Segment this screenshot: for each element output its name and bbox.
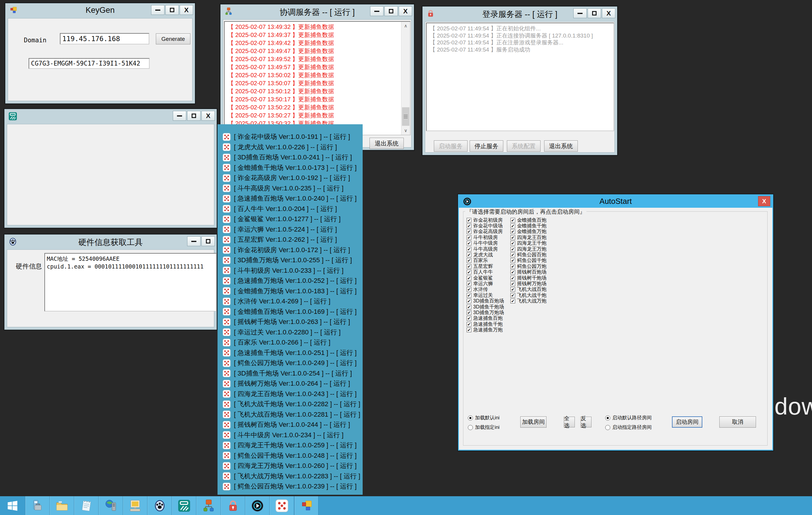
taskbar-item-my-computer[interactable] [123, 496, 147, 515]
login-log-area[interactable]: 【 2025-02-07 11:49:54 】正在初始化组件...【 2025-… [426, 23, 614, 131]
exit-system-button[interactable]: 退出系统 [370, 138, 404, 149]
checkbox-checked-icon[interactable]: ✔ [467, 218, 471, 223]
coordinator-log-area[interactable]: 【 2025-02-07 13:49:32 】更新捕鱼数据【 2025-02-0… [224, 21, 411, 135]
checkbox-checked-icon[interactable]: ✔ [467, 224, 471, 228]
checkbox-checked-icon[interactable]: ✔ [467, 322, 471, 327]
room-checkbox-row[interactable]: ✔ 摇钱树万炮场 [511, 281, 547, 286]
close-button[interactable]: X [758, 196, 770, 206]
room-checkbox-row[interactable]: ✔ 幸运六狮 [467, 281, 504, 286]
maximize-button[interactable] [588, 8, 601, 18]
server-list-item[interactable]: [ 3D捕鱼百炮场 Ver:1.0.0-241 ] -- [ 运行 ] [218, 152, 362, 163]
checkbox-checked-icon[interactable]: ✔ [511, 298, 515, 304]
login-server-button[interactable]: 系统配置 [507, 140, 541, 152]
room-checkbox-row[interactable]: ✔ 鳄鱼公园万炮 [511, 263, 547, 269]
checkbox-checked-icon[interactable]: ✔ [467, 298, 471, 304]
start-button[interactable] [0, 496, 25, 515]
room-checkbox-row[interactable]: ✔ 摇钱树百炮场 [511, 269, 547, 275]
taskbar-item-login-server[interactable] [221, 496, 245, 515]
invert-selection-button[interactable]: 反选 [580, 417, 591, 427]
server-list-item[interactable]: [ 急速捕鱼千炮场 Ver:1.0.0-251 ] -- [ 运行 ] [218, 348, 362, 358]
server-list-item[interactable]: [ 3D捕鱼万炮场 Ver:1.0.0-255 ] -- [ 运行 ] [218, 255, 362, 265]
server-list-item[interactable]: [ 飞机大战千炮场 Ver:1.0.0-2282 ] -- [ 运行 ] [218, 399, 362, 409]
checkbox-checked-icon[interactable]: ✔ [467, 281, 471, 286]
checkbox-checked-icon[interactable]: ✔ [467, 276, 471, 281]
minimize-button[interactable] [370, 6, 383, 16]
server-list-item[interactable]: [ 幸运六狮 Ver:1.0.5-224 ] -- [ 运行 ] [218, 224, 362, 235]
room-checkbox-row[interactable]: ✔ 鳄鱼公园千炮 [511, 258, 547, 263]
radio-load-default-ini[interactable]: 加载默认ini [468, 414, 500, 421]
room-checkbox-row[interactable]: ✔ 诈金花初级房 [467, 217, 504, 223]
login-server-button[interactable]: 停止服务 [470, 140, 503, 152]
server-list-item[interactable]: [ 摇钱树万炮场 Ver:1.0.0-264 ] -- [ 运行 ] [218, 378, 362, 389]
taskbar-item-epl-editor[interactable] [172, 496, 196, 515]
keygen-titlebar[interactable]: KeyGen X [5, 3, 195, 18]
taskbar-item-hardware-info[interactable] [147, 496, 172, 515]
room-checkbox-row[interactable]: ✔ 金蟾捕鱼千炮 [511, 223, 547, 229]
room-checkbox-row[interactable]: ✔ 诈金花高级房 [467, 229, 504, 234]
checkbox-checked-icon[interactable]: ✔ [467, 316, 471, 321]
maximize-button[interactable] [165, 5, 179, 15]
room-checkbox-row[interactable]: ✔ 四海龙王千炮 [511, 240, 547, 246]
scrollbar-thumb[interactable] [402, 107, 409, 126]
checkbox-checked-icon[interactable]: ✔ [511, 224, 515, 228]
checkbox-checked-icon[interactable]: ✔ [511, 287, 515, 292]
room-checkbox-row[interactable]: ✔ 3D捕鱼万炮场 [467, 310, 504, 315]
server-list-item[interactable]: [ 五星宏辉 Ver:1.0.2-262 ] -- [ 运行 ] [218, 234, 362, 245]
taskbar-item-network-tool[interactable] [98, 496, 123, 515]
server-list-item[interactable]: [ 飞机大战百炮场 Ver:1.0.0-2281 ] -- [ 运行 ] [218, 409, 362, 420]
maximize-button[interactable] [384, 6, 398, 16]
server-list-item[interactable]: [ 急速捕鱼万炮场 Ver:1.0.0-252 ] -- [ 运行 ] [218, 276, 362, 286]
room-checkbox-row[interactable]: ✔ 飞机大战百炮 [511, 287, 547, 292]
close-button[interactable]: X [399, 6, 412, 16]
room-checkbox-row[interactable]: ✔ 诈金花中级场 [467, 223, 504, 229]
server-list-item[interactable]: [ 四海龙王百炮场 Ver:1.0.0-243 ] -- [ 运行 ] [218, 389, 362, 399]
room-checkbox-row[interactable]: ✔ 水浒传 [467, 287, 504, 292]
server-list-item[interactable]: [ 诈金花中级场 Ver:1.0.0-191 ] -- [ 运行 ] [218, 132, 362, 142]
login-server-button[interactable]: 启动服务 [434, 140, 467, 152]
taskbar-item-keygen[interactable] [294, 496, 318, 515]
server-list-item[interactable]: [ 诈金花初级房 Ver:1.0.0-172 ] -- [ 运行 ] [218, 245, 362, 255]
taskbar-item-game-rooms[interactable] [269, 496, 294, 515]
hardware-info-textarea[interactable]: MAC地址 = 52540096AAEEcpuid.1.eax = 000101… [45, 253, 216, 311]
room-checkbox-row[interactable]: ✔ 金蟾捕鱼百炮 [511, 217, 547, 223]
server-list-item[interactable]: [ 水浒传 Ver:1.0.4-269 ] -- [ 运行 ] [218, 296, 362, 307]
server-list-item[interactable]: [ 急速捕鱼百炮场 Ver:1.0.0-240 ] -- [ 运行 ] [218, 194, 362, 204]
room-checkbox-row[interactable]: ✔ 斗牛初级房 [467, 234, 504, 240]
room-checkbox-row[interactable]: ✔ 金蟾捕鱼万炮 [511, 229, 547, 234]
select-all-button[interactable]: 全选 [564, 417, 575, 427]
room-checkbox-row[interactable]: ✔ 急速捕鱼百炮 [467, 316, 504, 321]
room-checkbox-row[interactable]: ✔ 3D捕鱼千炮场 [467, 304, 504, 310]
room-checkbox-row[interactable]: ✔ 五星宏辉 [467, 263, 504, 269]
server-list-item[interactable]: [ 金蟾捕鱼万炮场 Ver:1.0.0-183 ] -- [ 运行 ] [218, 286, 362, 296]
login-server-button[interactable]: 退出系统 [544, 140, 578, 152]
scroll-down-icon[interactable]: ∨ [401, 126, 410, 135]
maximize-button[interactable] [201, 236, 215, 246]
radio-start-custom-path[interactable]: 启动指定路径房间 [605, 424, 652, 431]
server-list-item[interactable]: [ 幸运过关 Ver:1.0.0-2280 ] -- [ 运行 ] [218, 327, 362, 338]
checkbox-checked-icon[interactable]: ✔ [467, 293, 471, 298]
checkbox-checked-icon[interactable]: ✔ [511, 252, 515, 257]
checkbox-checked-icon[interactable]: ✔ [467, 229, 471, 234]
taskbar-item-file-explorer[interactable] [50, 496, 74, 515]
radio-start-default-path[interactable]: 启动默认路径房间 [605, 414, 652, 421]
room-checkbox-row[interactable]: ✔ 百家乐 [467, 258, 504, 263]
log-scrollbar[interactable]: ∧ ∨ [401, 22, 410, 135]
server-list-item[interactable]: [ 百家乐 Ver:1.0.0-266 ] -- [ 运行 ] [218, 337, 362, 348]
minimize-button[interactable] [187, 236, 201, 246]
room-checkbox-row[interactable]: ✔ 龙虎大战 [467, 252, 504, 258]
hardware-info-titlebar[interactable]: 硬件信息获取工具 [4, 234, 216, 250]
server-list-item[interactable]: [ 摇钱树百炮场 Ver:1.0.0-244 ] -- [ 运行 ] [218, 420, 362, 430]
generate-button[interactable]: Generate [156, 33, 191, 45]
checkbox-checked-icon[interactable]: ✔ [511, 247, 515, 252]
taskbar-item-coordinator-server[interactable] [196, 496, 221, 515]
checkbox-checked-icon[interactable]: ✔ [511, 258, 515, 263]
room-checkbox-row[interactable]: ✔ 摇钱树千炮场 [511, 275, 547, 281]
server-list-item[interactable]: [ 斗牛高级房 Ver:1.0.0-235 ] -- [ 运行 ] [218, 183, 362, 194]
room-checkbox-row[interactable]: ✔ 鳄鱼公园百炮 [511, 252, 547, 258]
room-checkbox-row[interactable]: ✔ 急速捕鱼万炮 [467, 327, 504, 333]
radio-load-custom-ini[interactable]: 加载指定ini [468, 424, 500, 431]
checkbox-checked-icon[interactable]: ✔ [511, 241, 515, 246]
checkbox-checked-icon[interactable]: ✔ [467, 247, 471, 252]
checkbox-checked-icon[interactable]: ✔ [511, 281, 515, 286]
server-list-item[interactable]: [ 鳄鱼公园千炮场 Ver:1.0.0-248 ] -- [ 运行 ] [218, 451, 362, 461]
